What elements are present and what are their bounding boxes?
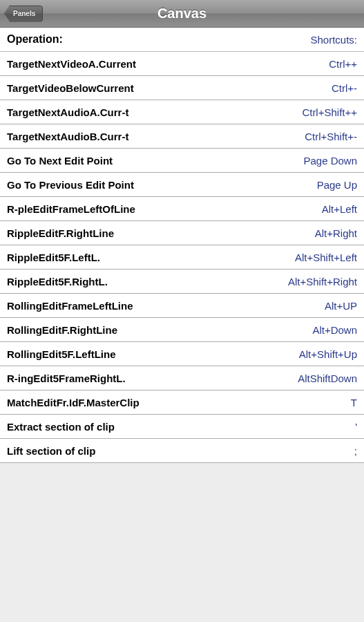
list-item[interactable]: RollingEdit5F.LeftLineAlt+Shift+Up <box>0 342 364 366</box>
shortcuts-header: Shortcuts: <box>310 34 357 46</box>
shortcut-value: Ctrl+- <box>332 82 357 94</box>
operation-label: R-ingEdit5FrameRightL. <box>7 373 126 384</box>
shortcut-value: Alt+Right <box>315 227 357 239</box>
back-button-label: Panels <box>13 10 35 17</box>
operation-label: RippleEdit5F.RightL. <box>7 276 108 288</box>
operation-header: Operation: <box>7 33 63 46</box>
list-item[interactable]: TargetVideoBelowCurrentCtrl+- <box>0 76 364 100</box>
list-item[interactable]: RippleEdit5F.LeftL.Alt+Shift+Left <box>0 245 364 270</box>
shortcut-value: Alt+Shift+Right <box>288 276 357 288</box>
list-item[interactable]: MatchEditFr.IdF.MasterClipT <box>0 390 364 415</box>
operation-label: Lift section of clip <box>7 445 95 457</box>
operation-label: RollingEditF.RightLine <box>7 324 117 336</box>
shortcut-value: T <box>351 397 357 408</box>
shortcut-value: Page Down <box>303 155 357 167</box>
list-item[interactable]: TargetNextAudioB.Curr-tCtrl+Shift+- <box>0 124 364 149</box>
shortcut-value: Alt+UP <box>325 300 357 312</box>
list-item[interactable]: TargetNextAudioA.Curr-tCtrl+Shift++ <box>0 100 364 124</box>
operation-label: MatchEditFr.IdF.MasterClip <box>7 397 140 408</box>
shortcut-value: AltShiftDown <box>298 373 357 384</box>
operation-label: Extract section of clip <box>7 421 115 433</box>
list-item[interactable]: Extract section of clip' <box>0 415 364 439</box>
list-item[interactable]: R-pleEditFrameLeftOfLineAlt+Left <box>0 197 364 221</box>
operation-label: Go To Previous Edit Point <box>7 179 134 191</box>
operation-label: RollingEdit5F.LeftLine <box>7 348 116 360</box>
operation-label: TargetNextAudioB.Curr-t <box>7 131 128 142</box>
list-item[interactable]: RollingEditF.RightLineAlt+Down <box>0 318 364 342</box>
empty-area <box>0 463 364 622</box>
titlebar: Panels Canvas <box>0 0 364 28</box>
shortcut-value: Ctrl+Shift++ <box>302 106 357 118</box>
shortcut-value: Alt+Shift+Left <box>295 252 357 263</box>
operation-label: TargetNextAudioA.Curr-t <box>7 106 128 118</box>
shortcut-value: ' <box>355 421 357 433</box>
shortcut-value: ; <box>354 445 357 457</box>
list-item[interactable]: TargetNextVideoA.CurrentCtrl++ <box>0 52 364 76</box>
shortcut-value: Alt+Shift+Up <box>299 348 357 360</box>
shortcut-value: Alt+Down <box>312 324 357 336</box>
list-item[interactable]: RippleEdit5F.RightL.Alt+Shift+Right <box>0 270 364 294</box>
list-item[interactable]: Go To Previous Edit PointPage Up <box>0 173 364 197</box>
list-item[interactable]: RollingEditFrameLeftLineAlt+UP <box>0 294 364 318</box>
list-item[interactable]: R-ingEdit5FrameRightL.AltShiftDown <box>0 366 364 390</box>
page-title: Canvas <box>0 6 364 21</box>
shortcuts-list: TargetNextVideoA.CurrentCtrl++TargetVide… <box>0 52 364 463</box>
operation-label: RippleEdit5F.LeftL. <box>7 252 100 263</box>
operation-label: R-pleEditFrameLeftOfLine <box>7 203 135 215</box>
back-button[interactable]: Panels <box>4 6 43 22</box>
operation-label: RollingEditFrameLeftLine <box>7 300 133 312</box>
operation-label: RippleEditF.RightLine <box>7 227 114 239</box>
shortcut-value: Ctrl++ <box>329 58 357 70</box>
shortcut-value: Page Up <box>317 179 357 191</box>
operation-label: TargetNextVideoA.Current <box>7 58 136 70</box>
list-item[interactable]: Go To Next Edit PointPage Down <box>0 149 364 173</box>
shortcut-value: Ctrl+Shift+- <box>305 131 357 142</box>
operation-label: TargetVideoBelowCurrent <box>7 82 134 94</box>
operation-label: Go To Next Edit Point <box>7 155 113 167</box>
list-item[interactable]: RippleEditF.RightLineAlt+Right <box>0 221 364 245</box>
column-header-row: Operation: Shortcuts: <box>0 28 364 52</box>
shortcut-value: Alt+Left <box>322 203 357 215</box>
list-item[interactable]: Lift section of clip; <box>0 439 364 463</box>
